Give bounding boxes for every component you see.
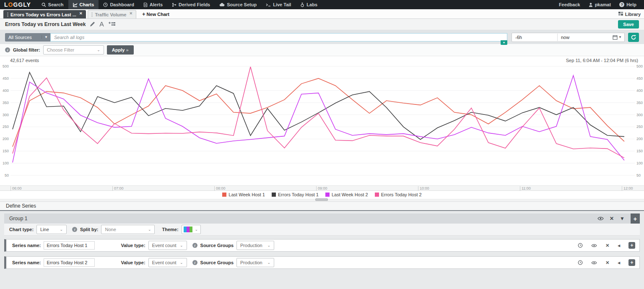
nav-item-alerts[interactable]: Alerts xyxy=(139,0,167,9)
scrollbar-handle[interactable] xyxy=(315,198,328,201)
svg-text:250: 250 xyxy=(3,125,9,129)
nav-item-charts[interactable]: Charts xyxy=(68,0,99,9)
value-type-value: Event count xyxy=(152,260,177,265)
edit-title-icon[interactable] xyxy=(90,22,95,27)
series-delete-icon[interactable]: ✕ xyxy=(605,243,609,248)
legend-item[interactable]: Last Week Host 2 xyxy=(325,192,368,197)
new-chart-label: New Chart xyxy=(147,12,169,17)
add-to-dashboard-icon[interactable] xyxy=(109,22,115,27)
search-row: All Sources ▼ ▼ ▼ xyxy=(0,30,644,44)
source-selector[interactable]: All Sources ▼ xyxy=(5,33,50,42)
time-to-field[interactable] xyxy=(557,34,602,41)
series-visibility-eye-icon[interactable] xyxy=(591,244,597,247)
nav-item-labs[interactable]: Labs xyxy=(296,0,322,9)
new-chart-button[interactable]: + New Chart xyxy=(138,11,174,18)
series-name-input[interactable] xyxy=(44,258,95,267)
user-menu[interactable]: pkamat xyxy=(585,2,615,7)
series-delete-icon[interactable]: ✕ xyxy=(605,260,609,266)
nav-item-label: Source Setup xyxy=(227,2,257,7)
tab-errors-today[interactable]: Errors Today vs Errors Last ... ✕ xyxy=(3,10,86,18)
source-group-select[interactable]: Production ⌄ xyxy=(236,241,274,250)
add-group-button[interactable]: + xyxy=(631,213,640,224)
series-name-label: Series name: xyxy=(12,243,41,248)
source-group-value: Production xyxy=(240,243,262,248)
nav-item-search[interactable]: Search xyxy=(37,0,68,9)
chevron-down-icon: ⌄ xyxy=(180,243,183,247)
username-label: pkamat xyxy=(595,2,611,7)
value-type-select[interactable]: Event count ⌄ xyxy=(148,241,187,250)
info-icon xyxy=(192,243,197,248)
source-groups-label: Source Groups xyxy=(200,243,234,248)
logo-rest: GGLY xyxy=(13,1,31,8)
nav-item-live-tail[interactable]: Live Tail xyxy=(261,0,296,9)
series-name-input[interactable] xyxy=(44,241,95,250)
save-button[interactable]: Save xyxy=(618,20,639,29)
legend-swatch xyxy=(325,193,330,197)
add-series-button[interactable]: + xyxy=(628,242,635,249)
help-link[interactable]: Help xyxy=(616,2,640,7)
theme-select[interactable]: ⌄ xyxy=(182,225,201,234)
feedback-link[interactable]: Feedback xyxy=(556,2,584,7)
group-label: Group 1 xyxy=(9,216,27,221)
split-by-select[interactable]: None ⌄ xyxy=(101,225,155,234)
nav-item-dashboard[interactable]: Dashboard xyxy=(99,0,138,9)
tab-traffic-volume[interactable]: Traffic Volume ✕ xyxy=(88,10,136,18)
calendar-icon xyxy=(613,35,618,40)
chart-scrollbar xyxy=(0,198,644,201)
tab-close-icon[interactable]: ✕ xyxy=(129,11,132,16)
nav-item-derived-fields[interactable]: Derived Fields xyxy=(167,0,215,9)
legend-item[interactable]: Errors Today Host 2 xyxy=(375,192,422,197)
chevron-down-icon: ⌄ xyxy=(97,48,100,52)
tab-grip-icon xyxy=(91,13,93,17)
group-controls-row: Chart type: Line ⌄ Split by: None ⌄ Them… xyxy=(4,224,640,236)
chevron-down-icon: ▼ xyxy=(618,35,622,39)
loggly-logo[interactable]: LOGGLY xyxy=(0,0,37,9)
global-filter-select[interactable]: Choose Filter ⌄ xyxy=(43,45,104,55)
series-time-shift-icon[interactable] xyxy=(578,260,583,265)
group-visibility-eye-icon[interactable] xyxy=(597,216,604,221)
series-collapse-arrow-icon[interactable]: ◂ xyxy=(618,260,620,266)
search-history-toggle[interactable]: ▼ xyxy=(501,40,507,45)
svg-text:350: 350 xyxy=(636,101,643,105)
chevron-down-icon: ⌄ xyxy=(60,227,63,232)
nav-item-source-setup[interactable]: Source Setup xyxy=(215,0,261,9)
legend-label: Last Week Host 2 xyxy=(332,192,368,197)
info-icon xyxy=(192,260,197,265)
library-button[interactable]: Library xyxy=(618,12,641,18)
refresh-button[interactable] xyxy=(628,33,639,42)
svg-text:400: 400 xyxy=(3,89,9,93)
alert-icon[interactable] xyxy=(99,22,104,27)
group-bar[interactable]: Group 1 ✕ ▼ + xyxy=(4,213,640,224)
chart-type-select[interactable]: Line ⌄ xyxy=(36,225,67,234)
legend-item[interactable]: Last Week Host 1 xyxy=(222,192,265,197)
x-axis-band: 06:0007:0008:0009:0010:0011:0012:00 xyxy=(0,185,644,191)
time-from-field[interactable] xyxy=(512,34,557,41)
calendar-button[interactable]: ▼ xyxy=(610,35,624,40)
search-input[interactable] xyxy=(50,33,507,42)
source-group-select[interactable]: Production ⌄ xyxy=(236,258,274,267)
series-time-shift-icon[interactable] xyxy=(578,243,583,248)
x-axis-tick: 09:00 xyxy=(316,186,327,191)
series-list: Series name: Value type: Event count ⌄ S… xyxy=(4,236,640,269)
tab-bar: Errors Today vs Errors Last ... ✕ Traffi… xyxy=(0,9,644,19)
chart-type-label: Chart type: xyxy=(9,227,34,232)
group-delete-icon[interactable]: ✕ xyxy=(610,216,614,221)
apply-button[interactable]: Apply » xyxy=(107,45,134,55)
series-row: Series name: Value type: Event count ⌄ S… xyxy=(4,256,640,269)
group-collapse-chevron-icon[interactable]: ▼ xyxy=(620,216,625,221)
add-series-button[interactable]: + xyxy=(628,259,635,266)
library-label: Library xyxy=(625,12,641,17)
tab-grip-icon xyxy=(7,13,8,17)
legend-item[interactable]: Errors Today Host 1 xyxy=(272,192,319,197)
series-collapse-arrow-icon[interactable]: ◂ xyxy=(618,243,620,248)
chart-type-value: Line xyxy=(40,227,49,232)
series-visibility-eye-icon[interactable] xyxy=(591,261,597,265)
legend-label: Last Week Host 1 xyxy=(229,192,265,197)
svg-text:300: 300 xyxy=(3,113,9,117)
chart-canvas[interactable]: 5005004504504004003503503003002502502002… xyxy=(0,63,644,185)
svg-text:400: 400 xyxy=(636,89,643,93)
info-icon xyxy=(5,47,10,52)
value-type-select[interactable]: Event count ⌄ xyxy=(148,258,187,267)
tab-close-icon[interactable]: ✕ xyxy=(79,11,83,16)
x-axis-tick: 11:00 xyxy=(520,186,531,191)
